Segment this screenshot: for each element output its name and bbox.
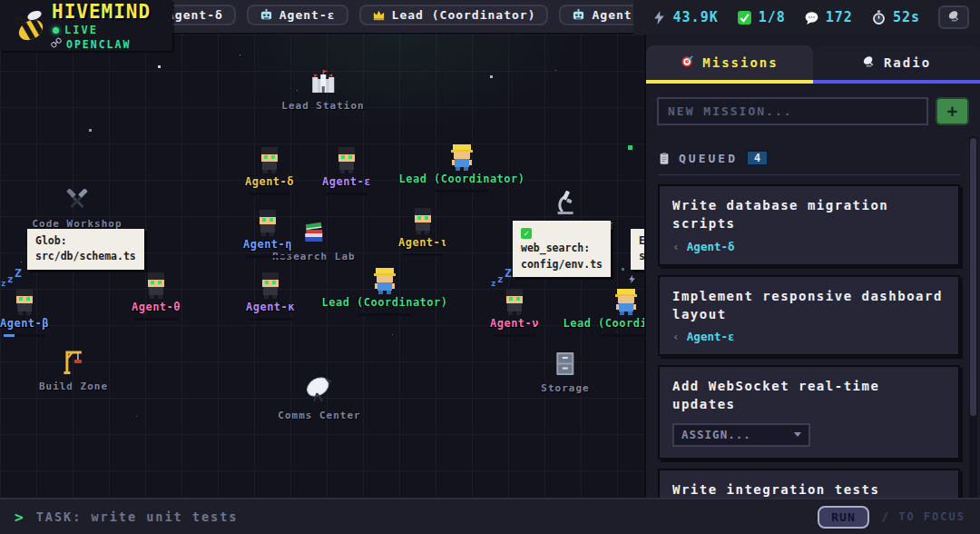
mission-card[interactable]: Implement responsive dashboard layout‹Ag…	[658, 275, 960, 357]
agent-sprite	[259, 147, 280, 174]
microscope-icon	[517, 189, 614, 219]
agent-sprite	[145, 272, 167, 300]
agent-agent-ν[interactable]: zzZAgent-ν	[504, 289, 525, 316]
crown-icon	[372, 8, 386, 22]
check-icon: ✓	[521, 228, 532, 239]
scrollbar-thumb[interactable]	[970, 138, 976, 416]
tab-label: Agent-ε	[279, 8, 336, 22]
queued-header: QUEUED 4	[658, 150, 960, 166]
assignee-name: Agent-δ	[687, 240, 735, 253]
agent-progress-track	[600, 334, 644, 337]
location-code-workshop: Code Workshop	[32, 189, 122, 230]
activity-bolt-icon	[627, 272, 637, 290]
target-icon	[681, 54, 694, 71]
location-storage: Storage	[541, 351, 589, 394]
agent-progress-track	[135, 318, 177, 321]
chevron-down-icon	[794, 432, 801, 437]
agent-sprite	[336, 147, 358, 174]
tab-missions[interactable]: Missions	[646, 45, 813, 84]
task-bar-actions: RUN / TO FOCUS	[818, 506, 965, 529]
tab-radio[interactable]: Radio	[813, 45, 980, 84]
app-root: Agent-δAgent-εLead (Coordinator)Agent-ηA…	[0, 0, 980, 534]
location-comms-center: Comms Center	[278, 376, 360, 421]
agent-progress-fill	[4, 334, 15, 337]
agent-sprite	[412, 208, 434, 235]
mission-card[interactable]: Add WebSocket real-time updatesASSIGN...	[658, 365, 960, 460]
agent-progress-track	[326, 193, 368, 195]
robot-icon	[572, 8, 585, 22]
stat-chat: 172	[804, 9, 853, 25]
agent-progress-track	[249, 193, 290, 195]
tool-tooltip: ✓web_search:config/env.ts	[513, 221, 611, 277]
agent-lead-coordinator[interactable]: Lead (Coordinator)	[374, 268, 396, 295]
prompt-icon: >	[15, 509, 24, 526]
agent-lead-coordinator[interactable]: Lead (Coordinator)	[615, 289, 637, 316]
world-map[interactable]: Lead StationCode WorkshopResearch LabTes…	[0, 35, 644, 498]
openclaw-link[interactable]: OPENCLAW	[51, 37, 131, 51]
agent-label: Agent-ι	[398, 236, 447, 249]
agent-progress-track	[247, 255, 289, 258]
mission-title: Implement responsive dashboard layout	[672, 287, 946, 324]
focus-hint: / TO FOCUS	[882, 510, 965, 523]
assignee-chevron-icon: ‹	[672, 330, 680, 343]
hammers-icon	[32, 189, 122, 216]
link-icon	[51, 37, 62, 51]
logo-panel: HIVEMIND LIVE OPENCLAW	[0, 0, 172, 51]
satellite-dish-icon	[947, 9, 961, 25]
location-label: Lead Station	[281, 100, 364, 112]
tab-agent-ε[interactable]: Agent-ε	[247, 5, 348, 25]
agent-agent-ε[interactable]: Agent-ε	[336, 147, 358, 174]
clipboard-icon	[658, 152, 671, 165]
agent-progress-track	[402, 253, 444, 256]
mission-title: Write database migration scripts	[672, 196, 946, 233]
assign-select[interactable]: ASSIGN...	[672, 423, 810, 447]
agent-label: Agent-ε	[322, 175, 371, 188]
tooltip-line: config/env.ts	[521, 258, 603, 271]
bee-icon	[7, 5, 49, 45]
mission-assignee: ‹Agent-ε	[672, 330, 946, 343]
mission-assignee: ‹Agent-δ	[672, 240, 946, 253]
agent-label: Agent-η	[243, 238, 292, 251]
agent-sprite	[257, 210, 279, 237]
agent-agent-κ[interactable]: Agent-κ	[260, 272, 281, 300]
stat-timer: 52s	[871, 9, 920, 25]
agent-agent-η[interactable]: Agent-η	[257, 210, 279, 237]
lightning-icon	[652, 10, 667, 25]
tooltip-line: E	[639, 234, 644, 247]
agent-agent-β[interactable]: zzZAgent-β	[14, 289, 35, 316]
agent-sprite	[260, 272, 281, 300]
tooltip-line: s	[639, 250, 644, 262]
sleep-zzz-icon: zzZ	[1, 269, 28, 289]
agent-sprite	[615, 289, 637, 316]
crane-icon	[39, 349, 108, 379]
agent-lead-coordinator[interactable]: Lead (Coordinator)	[451, 144, 473, 172]
check-icon	[737, 10, 752, 25]
agent-agent-ι[interactable]: Agent-ι	[412, 208, 434, 235]
agent-agent-δ[interactable]: Agent-δ	[259, 147, 280, 174]
sidebar-scrollbar[interactable]	[969, 136, 977, 534]
agent-label: Lead (Coordinator)	[398, 173, 524, 185]
location-label: Comms Center	[278, 410, 360, 421]
mission-title: Add WebSocket real-time updates	[672, 377, 946, 414]
agent-label: Agent-ν	[490, 317, 539, 330]
stat-value: 172	[826, 9, 853, 25]
timer-icon	[871, 10, 887, 25]
add-mission-button[interactable]: +	[936, 97, 969, 125]
run-button[interactable]: RUN	[818, 506, 868, 529]
agent-progress-track	[494, 334, 535, 337]
location-label: Build Zone	[39, 381, 108, 392]
agent-progress-track	[358, 313, 411, 316]
agent-agent-θ[interactable]: Agent-θ	[145, 272, 167, 300]
agent-sprite	[374, 268, 396, 295]
task-bar: > TASK: write unit tests RUN / TO FOCUS	[0, 498, 980, 534]
location-build-zone: Build Zone	[39, 349, 108, 392]
mission-card[interactable]: Write database migration scripts‹Agent-δ	[658, 184, 960, 266]
agent-label: Lead (Coordinator)	[321, 296, 447, 309]
new-mission-input[interactable]	[657, 97, 928, 125]
tab-lead-coordinator[interactable]: Lead (Coordinator)	[359, 5, 549, 25]
comms-toggle-button[interactable]	[938, 5, 969, 29]
agent-label: Agent-κ	[246, 301, 295, 313]
agent-sprite	[451, 144, 473, 172]
cabinet-icon	[541, 351, 589, 381]
stats-bar: 43.9K1/817252s	[633, 0, 980, 35]
